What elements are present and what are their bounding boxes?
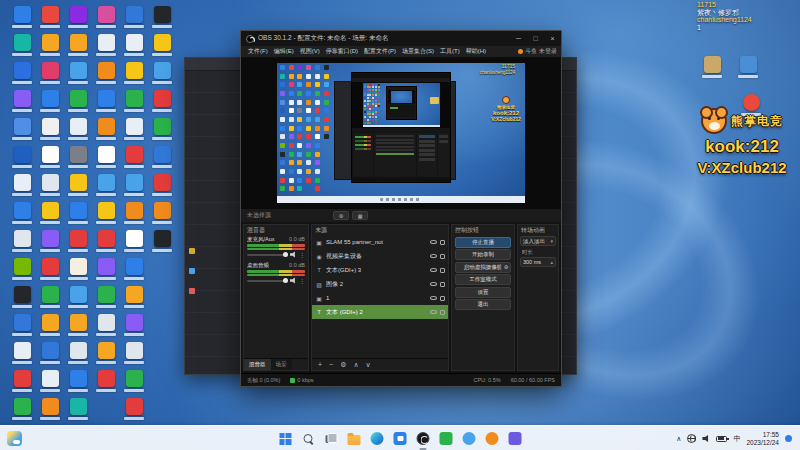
desktop-icon[interactable] [38,314,62,340]
sources-toolbar-properties-icon[interactable]: ⚙ [340,360,346,370]
lock-icon[interactable] [440,310,445,315]
clock[interactable]: 17:55 2023/12/24 [746,431,779,446]
desktop-icon[interactable] [10,146,34,172]
desktop-icon[interactable] [10,286,34,312]
desktop-icon[interactable] [38,370,62,396]
desktop-icon[interactable] [150,62,174,88]
desktop-icon[interactable] [122,90,146,116]
desktop-icon[interactable] [10,34,34,60]
taskbar-icon-edge[interactable] [369,430,386,447]
taskbar-icon-app[interactable] [507,430,524,447]
gear-icon[interactable]: ⚙ [501,263,510,272]
desktop-icon[interactable] [122,258,146,284]
source-row[interactable]: ◉视频采集设备 [312,249,448,263]
desktop-icon[interactable] [122,342,146,368]
widgets-button[interactable] [7,431,22,446]
control-button[interactable]: 启动虚拟摄像机⚙ [455,262,511,273]
channel-menu-icon[interactable]: ⋮ [299,278,305,284]
desktop-icon[interactable] [38,6,62,32]
desktop-icon[interactable] [66,34,90,60]
desktop-icon[interactable] [38,286,62,312]
lock-icon[interactable] [440,254,445,259]
lock-icon[interactable] [440,296,445,301]
desktop-icon[interactable] [66,202,90,228]
desktop-icon[interactable] [94,118,118,144]
desktop-icon[interactable] [66,174,90,200]
desktop-icon[interactable] [38,118,62,144]
desktop-icon[interactable] [38,34,62,60]
duration-input[interactable]: 300 ms ▴ [520,257,556,267]
desktop-icon[interactable] [66,146,90,172]
taskbar-icon-task-view[interactable] [323,430,340,447]
desktop-icon[interactable] [66,342,90,368]
desktop-icon[interactable] [122,202,146,228]
desktop-icon[interactable] [122,286,146,312]
desktop-icon[interactable] [122,314,146,340]
menu-item-3[interactable]: 停靠窗口(D) [323,47,361,56]
desktop-icon[interactable] [94,174,118,200]
obs-preview-canvas[interactable]: 11715 chanlusheng1124 熊掌电竞 kook:212 V:XZ… [241,58,561,208]
desktop-icon[interactable] [150,202,174,228]
lock-icon[interactable] [440,268,445,273]
taskbar-icon-start[interactable] [277,430,294,447]
speaker-icon[interactable] [290,277,297,284]
desktop-icon[interactable] [150,230,174,256]
desktop-icon[interactable] [150,90,174,116]
taskbar-icon-qq[interactable] [461,430,478,447]
desktop-icon[interactable] [122,370,146,396]
desktop-icon[interactable] [736,56,760,82]
taskbar-icon-launcher[interactable] [484,430,501,447]
visibility-icon[interactable] [430,268,437,273]
minimize-button[interactable]: ─ [510,31,527,46]
desktop-icon[interactable] [94,230,118,256]
desktop-icon[interactable] [10,62,34,88]
desktop-icon[interactable] [94,286,118,312]
desktop-icon[interactable] [94,62,118,88]
desktop-icon[interactable] [122,174,146,200]
desktop-icon[interactable] [94,146,118,172]
taskbar-icon-store[interactable] [392,430,409,447]
desktop-icon[interactable] [66,258,90,284]
desktop-icon[interactable] [38,258,62,284]
sources-toolbar-add-icon[interactable]: + [318,360,322,370]
desktop-icon[interactable] [66,6,90,32]
desktop-icon[interactable] [38,146,62,172]
desktop-icon[interactable] [38,174,62,200]
desktop-icon[interactable] [94,314,118,340]
desktop-icon[interactable] [10,174,34,200]
desktop-icon[interactable] [38,90,62,116]
volume-slider[interactable] [247,254,288,256]
sources-toolbar-move-up-icon[interactable]: ∧ [353,360,358,370]
menu-item-0[interactable]: 文件(F) [245,47,271,56]
desktop-icon[interactable] [122,118,146,144]
input-method-indicator[interactable]: 中 [733,434,740,444]
menu-item-4[interactable]: 配置文件(P) [361,47,399,56]
source-row[interactable]: ▨图像 2 [312,277,448,291]
tray-expand-icon[interactable]: ∧ [676,435,681,443]
desktop-icon[interactable] [66,398,90,424]
control-button[interactable]: 开始录制 [455,249,511,260]
transition-select[interactable]: 淡入淡出 ▾ [520,236,556,246]
desktop-icon[interactable] [66,370,90,396]
volume-slider-knob[interactable] [283,278,288,283]
control-button[interactable]: 设置 [455,287,511,298]
maximize-button[interactable]: □ [527,31,544,46]
control-button[interactable]: 退出 [455,299,511,310]
desktop-icon[interactable] [10,370,34,396]
source-row[interactable]: T文本(GDI+) 3 [312,263,448,277]
sources-toolbar-move-down-icon[interactable]: ∨ [366,360,371,370]
visibility-icon[interactable] [430,254,437,259]
desktop-icon[interactable] [122,398,146,424]
visibility-icon[interactable] [430,310,437,315]
source-row[interactable]: ▣SLAM 55 partner_not [312,235,448,249]
desktop-icon[interactable] [94,202,118,228]
desktop-icon[interactable] [66,90,90,116]
desktop-icon[interactable] [38,230,62,256]
douyu-login-status[interactable]: 斗鱼 未登录 [518,47,557,56]
visibility-icon[interactable] [430,240,437,245]
desktop-icon[interactable] [66,62,90,88]
menu-item-1[interactable]: 编辑(E) [271,47,297,56]
sources-toolbar-remove-icon[interactable]: − [329,360,333,370]
menu-item-6[interactable]: 工具(T) [437,47,463,56]
menu-item-2[interactable]: 视图(V) [297,47,323,56]
